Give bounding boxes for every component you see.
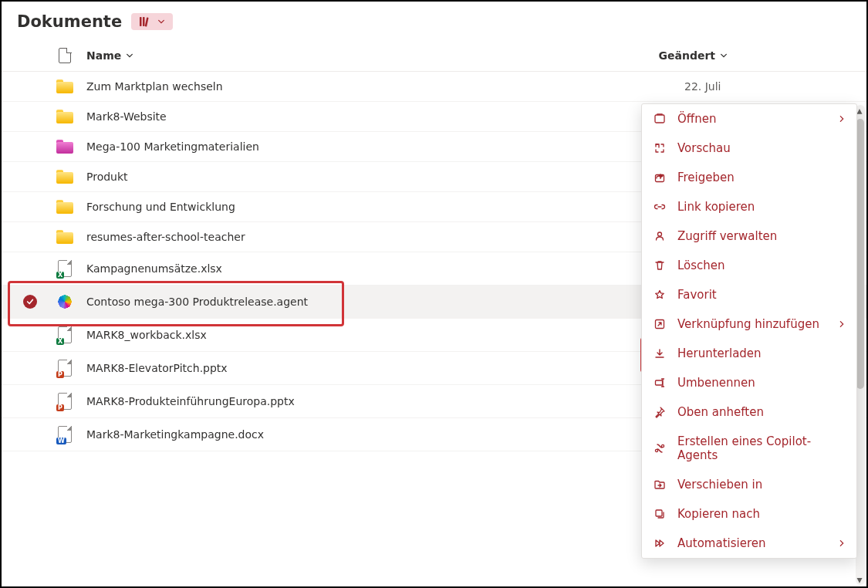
file-name[interactable]: MARK8-ElevatorPitch.pptx <box>86 362 670 374</box>
favorite-icon <box>653 289 667 301</box>
file-name[interactable]: MARK8-ProdukteinführungEuropa.pptx <box>86 395 670 407</box>
menu-item-open[interactable]: Öffnen <box>642 104 856 133</box>
pin-icon <box>653 406 667 418</box>
menu-item-share[interactable]: Freigeben <box>642 163 856 192</box>
file-name[interactable]: resumes-after-school-teacher <box>86 231 670 243</box>
preview-icon <box>653 142 667 154</box>
excel-file-icon: X <box>58 326 72 343</box>
excel-file-icon: X <box>58 260 72 277</box>
menu-item-label: Umbenennen <box>677 376 846 390</box>
context-menu: ÖffnenVorschauFreigebenLink kopierenZugr… <box>641 103 857 559</box>
menu-item-label: Kopieren nach <box>677 507 846 521</box>
open-icon <box>653 113 667 125</box>
chevron-down-icon <box>720 52 728 59</box>
file-row[interactable]: Zum Marktplan wechseln22. Juli <box>2 72 866 102</box>
folder-icon <box>56 170 73 184</box>
menu-item-label: Verschieben in <box>677 478 846 492</box>
powerpoint-file-icon: P <box>58 360 72 377</box>
menu-item-rename[interactable]: Umbenennen <box>642 368 856 397</box>
folder-icon <box>56 140 73 154</box>
file-name[interactable]: Contoso mega-300 Produktrelease.agent <box>86 296 636 308</box>
copilot-agent-icon <box>56 293 73 310</box>
scrollbar-thumb[interactable] <box>856 119 864 389</box>
copy-icon <box>653 508 667 520</box>
menu-item-label: Öffnen <box>677 112 827 126</box>
menu-item-label: Zugriff verwalten <box>677 229 846 243</box>
chevron-down-icon <box>126 52 133 59</box>
menu-item-label: Verknüpfung hinzufügen <box>677 317 827 331</box>
column-headers: Name Geändert <box>2 40 866 72</box>
move-icon <box>653 478 667 491</box>
svg-rect-7 <box>656 380 663 385</box>
word-file-icon: W <box>58 426 72 443</box>
svg-rect-2 <box>145 17 149 26</box>
file-name[interactable]: Mega-100 Marketingmaterialien <box>86 140 670 153</box>
menu-item-label: Favorit <box>677 288 846 302</box>
library-view-switcher[interactable] <box>131 13 173 30</box>
folder-icon <box>56 230 73 244</box>
menu-item-label: Freigeben <box>677 171 846 184</box>
modified-date: 22. Juli <box>681 80 851 93</box>
svg-rect-1 <box>143 17 145 26</box>
chevron-right-icon <box>838 537 846 549</box>
menu-item-label: Oben anheften <box>677 405 846 419</box>
file-name[interactable]: Forschung und Entwicklung <box>86 201 670 213</box>
menu-item-label: Vorschau <box>677 141 846 155</box>
rename-icon <box>653 377 667 389</box>
menu-item-automate[interactable]: Automatisieren <box>642 529 856 558</box>
shortcut-icon <box>653 318 667 330</box>
folder-icon <box>56 110 73 123</box>
file-name[interactable]: Mark8-Website <box>86 110 670 123</box>
svg-point-8 <box>655 449 657 451</box>
menu-item-link[interactable]: Link kopieren <box>642 192 856 221</box>
svg-rect-3 <box>655 115 664 123</box>
file-name[interactable]: Mark8-Marketingkampagne.docx <box>86 428 670 441</box>
svg-point-5 <box>658 232 662 236</box>
folder-icon <box>56 79 73 93</box>
delete-icon <box>653 259 667 272</box>
column-header-modified-label: Geändert <box>658 49 715 62</box>
chevron-right-icon <box>838 318 846 330</box>
file-name[interactable]: Produkt <box>86 171 670 183</box>
svg-point-9 <box>661 444 664 447</box>
menu-item-move[interactable]: Verschieben in <box>642 470 856 499</box>
link-icon <box>653 201 667 213</box>
menu-item-label: Löschen <box>677 259 846 272</box>
menu-item-access[interactable]: Zugriff verwalten <box>642 221 856 251</box>
powerpoint-file-icon: P <box>58 393 72 410</box>
file-type-column-icon[interactable] <box>54 48 76 63</box>
menu-item-copy[interactable]: Kopieren nach <box>642 499 856 529</box>
menu-item-label: Automatisieren <box>677 536 827 550</box>
chevron-down-icon <box>157 18 165 25</box>
download-icon <box>653 347 667 360</box>
svg-rect-10 <box>656 510 662 516</box>
automate-icon <box>653 537 667 549</box>
menu-item-preview[interactable]: Vorschau <box>642 133 856 163</box>
file-name[interactable]: Zum Marktplan wechseln <box>86 80 670 93</box>
svg-rect-0 <box>140 17 142 26</box>
page-title: Dokumente <box>17 12 122 31</box>
menu-item-favorite[interactable]: Favorit <box>642 280 856 309</box>
copilot-icon <box>653 442 667 455</box>
column-header-name[interactable]: Name <box>86 49 133 62</box>
chevron-right-icon <box>838 113 846 125</box>
menu-item-label: Link kopieren <box>677 200 846 214</box>
menu-item-pin[interactable]: Oben anheften <box>642 397 856 427</box>
menu-item-label: Erstellen eines Copilot-Agents <box>677 434 846 462</box>
access-icon <box>653 230 667 242</box>
column-header-modified[interactable]: Geändert <box>658 49 728 62</box>
menu-item-shortcut[interactable]: Verknüpfung hinzufügen <box>642 309 856 339</box>
library-icon <box>139 15 151 28</box>
folder-icon <box>56 200 73 214</box>
scroll-down-arrow[interactable]: ▾ <box>855 574 864 585</box>
column-header-name-label: Name <box>86 49 121 62</box>
document-icon <box>59 48 71 63</box>
file-name[interactable]: Kampagnenumsätze.xlsx <box>86 262 670 275</box>
menu-item-delete[interactable]: Löschen <box>642 251 856 280</box>
share-icon <box>653 171 667 184</box>
menu-item-label: Herunterladen <box>677 346 846 360</box>
file-name[interactable]: MARK8_workback.xlsx <box>86 329 670 341</box>
row-selected-check-icon[interactable] <box>23 295 37 309</box>
menu-item-download[interactable]: Herunterladen <box>642 339 856 368</box>
menu-item-copilot[interactable]: Erstellen eines Copilot-Agents <box>642 427 856 470</box>
